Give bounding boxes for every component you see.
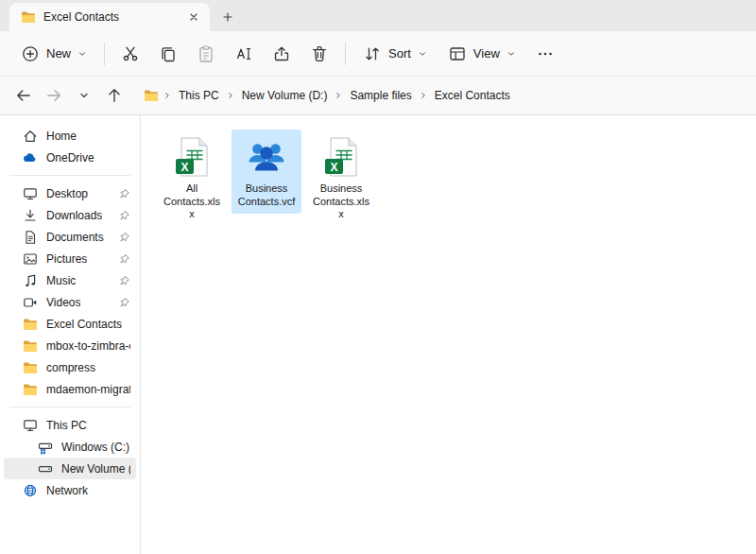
folder-icon [21,9,36,25]
plus-circle-icon [21,44,40,63]
desktop-icon [23,186,38,201]
sidebar-item-videos[interactable]: Videos [4,291,136,313]
back-button[interactable] [9,81,38,110]
sidebar-item-label: Music [46,274,76,287]
sidebar-item-label: OneDrive [46,151,94,164]
paste-button[interactable] [188,37,224,71]
navigation-bar: This PC New Volume (D:) Sample files Exc… [0,77,756,115]
sidebar-item-label: This PC [46,419,87,432]
sidebar-item-label: Home [46,130,77,143]
sidebar-item-network[interactable]: Network [4,479,136,501]
sidebar-item-desktop[interactable]: Desktop [4,182,136,204]
toolbar-divider [104,43,105,65]
forward-button[interactable] [40,81,68,110]
chevron-right-icon [334,91,343,100]
titlebar: Excel Contacts [0,0,756,31]
chevron-right-icon [163,91,172,100]
sidebar-item-label: Network [46,484,88,497]
up-button[interactable] [100,81,129,110]
breadcrumb-excel-contacts[interactable]: Excel Contacts [428,85,517,106]
file-explorer-window: Excel Contacts New [0,0,756,554]
sidebar-item-mdaemon-migrator[interactable]: mdaemon-migrator [4,378,136,400]
sidebar-item-mbox-to-zimbra[interactable]: mbox-to-zimbra-con [4,335,136,356]
sidebar-item-compress[interactable]: compress [4,356,136,378]
sidebar-item-label: Pictures [46,252,87,266]
sidebar-item-this-pc[interactable]: This PC [4,414,136,436]
new-tab-button[interactable] [215,5,240,29]
delete-button[interactable] [301,37,337,71]
sort-button[interactable]: Sort [353,37,437,71]
sidebar-item-pictures[interactable]: Pictures [4,248,136,269]
excel-file-icon [318,134,364,180]
tab-close-button[interactable] [183,7,204,27]
arrow-right-icon [44,86,63,105]
pin-icon [119,188,130,199]
new-button-label: New [46,46,71,61]
view-layout-icon [448,44,467,63]
trash-icon [310,44,329,63]
drive-icon [38,461,53,476]
chevron-down-icon [507,49,516,59]
sidebar-item-excel-contacts[interactable]: Excel Contacts [4,313,136,335]
scissors-icon [121,44,140,63]
sidebar-item-windows-c[interactable]: Windows (C:) [4,436,136,458]
home-icon [23,129,38,144]
view-button-label: View [473,46,500,61]
more-options-button[interactable] [527,37,563,71]
file-business-contacts-xlsx[interactable]: Business Contacts.xlsx [306,130,376,227]
pin-icon [119,210,130,221]
sidebar-item-label: Excel Contacts [46,318,122,331]
cut-button[interactable] [112,37,148,71]
windows-drive-icon [38,440,53,455]
sidebar-item-music[interactable]: Music [4,269,136,291]
breadcrumb[interactable]: This PC New Volume (D:) Sample files Exc… [138,80,747,111]
sidebar-item-label: Documents [46,231,104,244]
breadcrumb-this-pc[interactable]: This PC [172,85,226,106]
new-button[interactable]: New [11,37,96,71]
sidebar-item-new-volume-d[interactable]: New Volume (D:) [4,458,136,479]
file-list-area[interactable]: All Contacts.xlsx Business Contacts.vcf … [141,115,756,554]
copy-button[interactable] [150,37,186,71]
folder-icon [23,317,38,332]
folder-icon [23,382,38,397]
share-icon [272,44,291,63]
recent-locations-button[interactable] [70,81,98,110]
clipboard-paste-icon [197,44,215,63]
chevron-down-icon [78,90,90,101]
sidebar-item-home[interactable]: Home [4,125,136,147]
view-button[interactable]: View [438,37,525,71]
share-button[interactable] [264,37,300,71]
pin-icon [119,275,130,286]
file-all-contacts-xlsx[interactable]: All Contacts.xlsx [157,130,227,227]
navigation-pane: Home OneDrive Desktop Downloads [0,115,141,554]
folder-icon [144,88,159,103]
sidebar-item-label: Videos [46,296,80,309]
chevron-right-icon [419,91,428,100]
video-camera-icon [23,295,38,310]
excel-file-icon [169,134,215,180]
file-name: All Contacts.xlsx [162,182,222,221]
pin-icon [119,232,130,243]
vcard-contacts-icon [244,134,289,180]
tab-title: Excel Contacts [43,10,176,24]
sidebar-item-label: Downloads [46,209,102,222]
arrow-up-icon [105,86,124,105]
sidebar-item-onedrive[interactable]: OneDrive [4,147,136,168]
rename-button[interactable] [226,37,262,71]
sidebar-divider [9,407,130,407]
chevron-down-icon [77,49,87,59]
file-name: Business Contacts.xlsx [311,182,371,221]
sidebar-item-documents[interactable]: Documents [4,226,136,248]
file-business-contacts-vcf[interactable]: Business Contacts.vcf [232,130,301,214]
explorer-tab[interactable]: Excel Contacts [9,3,210,31]
rename-icon [234,44,253,63]
sidebar-item-downloads[interactable]: Downloads [4,204,136,226]
sort-button-label: Sort [388,46,411,61]
breadcrumb-sample-files[interactable]: Sample files [343,85,418,106]
pin-icon [119,253,130,265]
computer-icon [23,418,38,433]
breadcrumb-new-volume-d[interactable]: New Volume (D:) [235,85,335,106]
sidebar-item-label: New Volume (D:) [61,462,130,476]
ellipsis-icon [536,44,555,63]
music-note-icon [23,273,38,288]
